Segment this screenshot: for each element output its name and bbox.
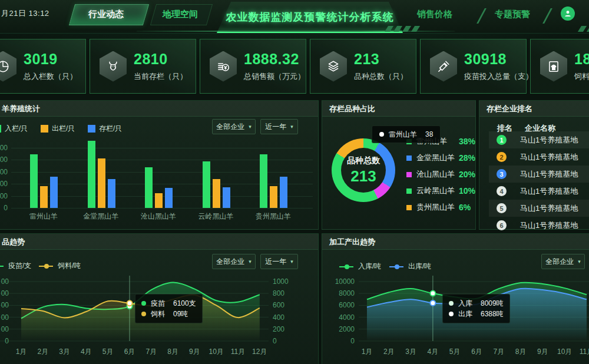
bar[interactable] (213, 179, 220, 208)
goat-icon (100, 51, 127, 82)
datetime: 月21日 13:12 (1, 8, 49, 19)
period-filter-dropdown[interactable]: 近一年 ▾ (260, 254, 298, 269)
tab-geo[interactable]: 地理空间 (163, 9, 198, 20)
legend-item-feed[interactable]: 饲料/吨 (39, 261, 81, 271)
svg-text:400: 400 (273, 313, 284, 322)
legend-line-marker (0, 266, 4, 267)
tab-industry[interactable]: 行业动态 (88, 9, 124, 20)
bar[interactable] (98, 158, 105, 208)
svg-text:0: 0 (273, 337, 277, 345)
bar[interactable] (280, 177, 287, 208)
bar-category-label: 云岭黑山羊 (188, 211, 244, 221)
y-axis-label: 000 (0, 144, 8, 152)
y-axis-label: 400 (0, 180, 8, 188)
panel-breeding-stats: 羊养殖统计 入栏/只 出栏/只 存栏/只 全部企业 ▾ 近一年 ▾ 000800… (0, 100, 319, 230)
legend-line-marker (339, 266, 353, 267)
bar[interactable] (203, 161, 210, 208)
enterprise-name: 马山1号养殖基地 (520, 203, 578, 214)
tooltip-row: 饲料09吨 (141, 309, 196, 319)
donut-tooltip: 雷州山羊 38 (372, 125, 441, 143)
svg-text:7月: 7月 (493, 348, 504, 356)
panel-product-trend: 品趋势 疫苗/支 饲料/吨 全部企业 ▾ 近一年 ▾ 0010000080000… (0, 233, 319, 364)
tab-warning[interactable]: 专题预警 (495, 9, 530, 20)
layers-icon (320, 51, 347, 82)
panel-processing-trend: 加工产出趋势 入库/吨 出库/吨 全部企业 ▾ 1000080006000400… (322, 233, 589, 364)
svg-text:9月: 9月 (189, 348, 200, 356)
donut-legend-item[interactable]: 贵州黑山羊6% (406, 202, 471, 213)
bar[interactable] (145, 167, 153, 208)
donut-legend-item[interactable]: 沧山黑山羊20% (406, 169, 475, 180)
bar[interactable] (165, 188, 173, 208)
bar[interactable] (40, 186, 48, 208)
enterprise-name: 马山1号养殖基地 (520, 152, 578, 163)
kpi-label: 疫苗投入总量（支） (464, 71, 533, 82)
kpi-value: 213 (354, 51, 408, 68)
bar[interactable] (88, 141, 95, 208)
bar[interactable] (30, 154, 38, 208)
svg-text:8月: 8月 (167, 348, 178, 356)
svg-text:4000: 4000 (339, 313, 355, 322)
top-header: 月21日 13:12 行业动态 地理空间 农业数据监测及预警统计分析系统 销售价… (0, 0, 589, 34)
enterprise-filter-dropdown[interactable]: 全部企业 ▾ (541, 254, 585, 269)
period-filter-dropdown[interactable]: 近一年 ▾ (260, 119, 298, 134)
legend-item-out[interactable]: 出栏/只 (41, 124, 75, 134)
system-title: 农业数据监测及预警统计分析系统 (217, 10, 403, 24)
header-decor-stripes (386, 26, 418, 32)
bar[interactable] (270, 186, 277, 208)
legend-item-outbound[interactable]: 出库/吨 (389, 262, 431, 272)
legend-line-marker (39, 266, 53, 267)
svg-text:6月: 6月 (471, 348, 482, 356)
tab-sales[interactable]: 销售价格 (417, 9, 452, 20)
donut-legend-item[interactable]: 金堂黑山羊28% (406, 153, 475, 163)
chart-tooltip: 疫苗6100支饲料09吨 (135, 294, 203, 323)
svg-text:1月: 1月 (16, 348, 27, 356)
legend-swatch (406, 205, 412, 210)
legend-item-stock[interactable]: 存栏/只 (88, 124, 122, 134)
legend-pct: 28% (459, 153, 475, 163)
legend-item-inbound[interactable]: 入库/吨 (339, 262, 381, 272)
syringe-icon (430, 51, 457, 82)
kpi-label: 饲料投入 (574, 71, 589, 82)
enterprise-filter-dropdown[interactable]: 全部企业 ▾ (212, 254, 256, 269)
bar[interactable] (108, 179, 115, 208)
svg-text:7月: 7月 (145, 348, 157, 356)
panel-title: 加工产出趋势 (322, 234, 589, 250)
table-row: 6马山1号养殖基地 (489, 217, 589, 234)
panel-title: 品趋势 (0, 234, 318, 250)
legend-pct: 38% (459, 137, 475, 146)
legend-swatch (0, 125, 1, 133)
legend-item-vaccine[interactable]: 疫苗/支 (0, 261, 31, 271)
y-axis-label: 200 (0, 192, 8, 200)
rank-badge: 1 (497, 135, 507, 145)
user-avatar[interactable] (561, 6, 575, 21)
panel-enterprise-ranking: 存栏企业排名 排名 企业名称 1马山1号养殖基地2马山1号养殖基地3马山1号养殖… (479, 100, 589, 230)
enterprise-name: 马山1号养殖基地 (520, 135, 578, 145)
bar[interactable] (223, 187, 230, 208)
tooltip-row: 出库6388吨 (449, 309, 504, 319)
bar[interactable] (50, 177, 58, 208)
bar[interactable] (260, 154, 267, 208)
table-row: 4马山1号养殖基地 (489, 183, 589, 200)
svg-text:600: 600 (273, 301, 284, 309)
legend-swatch (406, 172, 412, 177)
svg-text:8月: 8月 (515, 348, 527, 356)
legend-name: 贵州黑山羊 (416, 202, 459, 213)
gridline (11, 208, 313, 209)
svg-text:10月: 10月 (209, 348, 224, 356)
bar[interactable] (155, 193, 163, 209)
legend-item-in[interactable]: 入栏/只 (0, 124, 28, 134)
table-row: 3马山1号养殖基地 (489, 166, 589, 183)
legend-swatch (88, 125, 95, 133)
legend-pct: 10% (459, 186, 475, 196)
svg-text:6月: 6月 (124, 348, 135, 356)
kpi-text: 3019总入栏数（只） (24, 51, 77, 82)
svg-text:10000: 10000 (335, 277, 355, 286)
coins-icon (210, 51, 237, 82)
svg-text:6000: 6000 (339, 301, 355, 309)
kpi-label: 品种总数（只） (354, 71, 408, 82)
enterprise-filter-dropdown[interactable]: 全部企业 ▾ (212, 119, 256, 134)
donut-legend-item[interactable]: 云岭黑山羊10% (406, 186, 475, 196)
rank-badge: 3 (497, 169, 507, 179)
kpi-value: 30918 (464, 51, 533, 68)
legend-line-marker (389, 266, 403, 267)
